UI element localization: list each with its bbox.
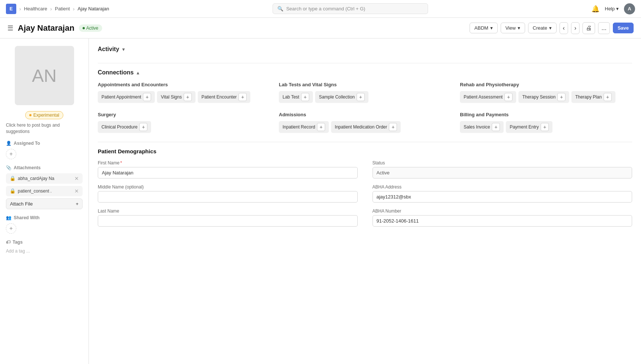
conn-group-title-3: Surgery [98,112,270,117]
conn-tag-inpatient-record[interactable]: Inpatient Record + [279,121,329,133]
conn-tag-patient-appointment[interactable]: Patient Appointment + [98,91,155,103]
add-inpatient-record-button[interactable]: + [317,123,325,131]
conn-tag-sales-invoice[interactable]: Sales Invoice + [460,121,504,133]
next-button[interactable]: › [571,22,580,34]
abha-number-label: ABHA Number [373,208,632,214]
add-assignee-button[interactable]: + [6,149,16,159]
more-options-button[interactable]: ... [598,22,610,34]
notification-bell-button[interactable]: 🔔 [591,5,600,13]
add-shared-button[interactable]: + [6,223,16,234]
tags-label: 🏷 Tags [6,240,83,245]
demographics-form: First Name * Status [98,160,632,227]
first-name-field: First Name * [98,160,358,178]
conn-tag-patient-encounter[interactable]: Patient Encounter + [198,91,250,103]
main-layout: AN Experimental Click here to post bugs … [0,39,641,364]
top-nav-right: 🔔 Help ▾ A [591,3,635,14]
remove-attachment-0-button[interactable]: ✕ [74,176,79,181]
conn-tag-payment-entry[interactable]: Payment Entry + [506,121,552,133]
create-button[interactable]: Create ▾ [528,23,557,33]
status-input[interactable] [373,167,632,178]
activity-section-header[interactable]: Activity ▾ [98,46,632,57]
add-therapy-plan-button[interactable]: + [604,93,612,101]
breadcrumb-current: Ajay Natarajan [77,6,109,11]
remove-attachment-1-button[interactable]: ✕ [74,188,79,194]
experimental-badge[interactable]: Experimental [25,111,63,119]
abha-number-input[interactable] [373,215,632,227]
abdm-button[interactable]: ABDM ▾ [470,23,498,33]
breadcrumb-healthcare[interactable]: Healthcare [24,6,47,11]
print-button[interactable]: 🖨 [582,22,595,34]
add-vital-signs-button[interactable]: + [184,93,192,101]
paperclip-icon: 📎 [6,165,11,170]
add-sales-invoice-button[interactable]: + [492,123,500,131]
user-avatar-button[interactable]: A [624,3,635,14]
help-button[interactable]: Help ▾ [605,6,619,11]
add-payment-entry-button[interactable]: + [541,123,549,131]
help-chevron-icon: ▾ [616,6,619,11]
attach-file-button[interactable]: Attach File + [6,198,83,209]
sub-header-right: ABDM ▾ View ▾ Create ▾ ‹ › 🖨 ... Save [470,22,634,34]
connection-group-5: Billing and Payments Sales Invoice + Pay… [460,112,632,133]
assigned-to-label: 👤 Assigned To [6,141,83,146]
add-patient-encounter-button[interactable]: + [238,93,247,101]
group-icon: 👥 [6,215,11,220]
experimental-hint[interactable]: Click here to post bugs and suggestions [6,122,83,135]
attachment-item: 🔒 abha_cardAjay Na ✕ [6,173,83,184]
last-name-label: Last Name [98,208,358,214]
add-clinical-procedure-button[interactable]: + [139,123,147,131]
experimental-dot-icon [29,114,31,116]
page-title: Ajay Natarajan [18,23,74,33]
divider-1 [98,63,632,63]
connections-section-header[interactable]: Connections ▴ [98,69,632,76]
last-name-input[interactable] [98,215,358,227]
view-button[interactable]: View ▾ [501,23,525,33]
prev-button[interactable]: ‹ [560,22,568,34]
avatar: AN [15,46,74,105]
sub-header: ☰ Ajay Natarajan Active ABDM ▾ View ▾ Cr… [0,18,641,39]
abha-address-label: ABHA Address [373,184,632,190]
shared-with-label: 👥 Shared With [6,215,83,220]
conn-group-title-2: Rehab and Physiotherapy [460,82,632,87]
abha-address-field: ABHA Address [373,184,632,203]
required-indicator: * [120,160,122,166]
add-patient-assessment-button[interactable]: + [504,93,513,101]
conn-tag-therapy-session[interactable]: Therapy Session + [518,91,569,103]
sub-header-left: ☰ Ajay Natarajan Active [7,23,102,33]
conn-tag-patient-assessment[interactable]: Patient Assessment + [460,91,516,103]
abha-address-input[interactable] [373,191,632,203]
person-icon: 👤 [6,141,11,146]
conn-tags-5: Sales Invoice + Payment Entry + [460,121,632,133]
save-button[interactable]: Save [613,23,634,33]
breadcrumb-patient[interactable]: Patient [55,6,70,11]
chevron-right-icon: › [574,25,576,31]
add-inpatient-medication-order-button[interactable]: + [389,123,397,131]
add-patient-appointment-button[interactable]: + [143,93,151,101]
add-sample-collection-button[interactable]: + [357,93,365,101]
status-field: Status [373,160,632,178]
add-tag-placeholder[interactable]: Add a tag ... [6,248,30,254]
add-lab-test-button[interactable]: + [301,93,309,101]
hamburger-button[interactable]: ☰ [7,24,13,32]
conn-tags-1: Lab Test + Sample Collection + [279,91,451,103]
attachments-label: 📎 Attachments [6,165,83,170]
bell-icon: 🔔 [591,5,600,13]
connections-title: Connections [98,69,134,76]
add-therapy-session-button[interactable]: + [557,93,565,101]
conn-tags-2: Patient Assessment + Therapy Session + T… [460,91,632,103]
conn-tag-therapy-plan[interactable]: Therapy Plan + [571,91,615,103]
conn-group-title-4: Admissions [279,112,451,117]
first-name-input[interactable] [98,167,358,178]
content-inner: Activity ▾ Connections ▴ Appointments an… [89,39,641,234]
conn-tag-vital-signs[interactable]: Vital Signs + [157,91,195,103]
conn-tag-lab-test[interactable]: Lab Test + [279,91,313,103]
search-bar[interactable]: 🔍 Search or type a command (Ctrl + G) [273,3,428,14]
conn-tag-inpatient-medication-order[interactable]: Inpatient Medication Order + [331,121,401,133]
conn-tags-3: Clinical Procedure + [98,121,270,133]
demographics-title: Patient Demographics [98,148,632,154]
lock-icon: 🔒 [10,176,16,181]
breadcrumb-sep-3: › [73,6,75,12]
middle-name-input[interactable] [98,191,358,203]
create-chevron-icon: ▾ [549,25,552,31]
conn-tag-sample-collection[interactable]: Sample Collection + [315,91,368,103]
conn-tag-clinical-procedure[interactable]: Clinical Procedure + [98,121,151,133]
